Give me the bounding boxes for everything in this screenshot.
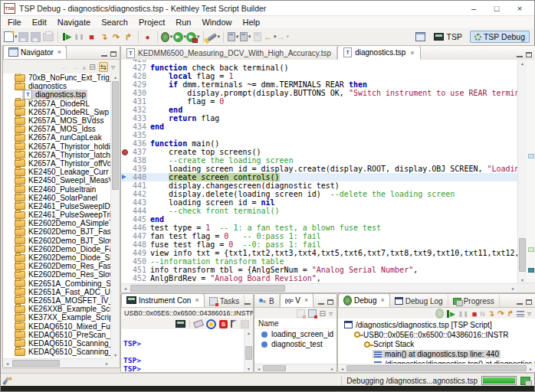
debug-tree-item[interactable]: main() at diagnostics.tsp line: 440 — [338, 349, 535, 359]
line-number[interactable]: 441 — [128, 181, 150, 190]
line-number[interactable]: 440 — [128, 173, 150, 181]
close-button[interactable]: × — [508, 2, 531, 15]
panel-minimize-button[interactable] — [318, 303, 324, 305]
code-line-436[interactable]: 436function main() — [121, 139, 517, 148]
gutter-margin[interactable] — [121, 89, 128, 97]
terminate-button[interactable]: ■ — [86, 30, 98, 44]
print-button[interactable] — [42, 30, 54, 44]
tab-debug-log[interactable]: Debug Log — [390, 295, 448, 307]
tab-navigator[interactable]: Navigator × — [3, 45, 67, 59]
menu-navigate[interactable]: Navigate — [52, 18, 96, 27]
search-button[interactable]: ▾ — [207, 30, 221, 44]
line-number[interactable]: 433 — [128, 114, 150, 122]
console-output[interactable]: TSP>TSP>TSP> — [121, 329, 245, 372]
terminate-console-icon[interactable] — [241, 320, 249, 328]
show-type-icon[interactable] — [297, 309, 305, 318]
debug-tree-item[interactable]: USB0::0x05E6::0x6500::04386016::INSTR — [338, 330, 535, 340]
breakpoint-icon[interactable] — [122, 149, 128, 155]
scroll-down-icon[interactable]: ▾ — [111, 351, 120, 358]
menu-window[interactable]: Window — [196, 18, 237, 27]
instrument-selector[interactable]: USB0::0x05E6::0x6500::04386016::INSTR ▿ — [121, 308, 253, 318]
code-line-442[interactable]: 442 display.delete(loading_screen_id) --… — [121, 190, 517, 198]
debug-dropdown-button[interactable]: ▾ — [161, 30, 173, 44]
scroll-up-icon[interactable]: ▴ — [111, 74, 120, 80]
code-line-447[interactable]: 447fan_test_flag = 0 -- 0:pass 1: fail — [121, 232, 517, 240]
line-number[interactable]: 439 — [128, 165, 150, 173]
line-number[interactable]: 442 — [128, 190, 150, 198]
code-line-441[interactable]: 441 display.changescreen(diagnostic_test… — [121, 181, 517, 190]
link-with-editor-button[interactable]: ⇆ — [99, 62, 108, 72]
code-line-432[interactable]: 432 end — [121, 106, 517, 114]
tab-variables[interactable]: (x)= V × — [280, 293, 314, 307]
gutter-margin[interactable] — [121, 64, 128, 72]
scroll-left-icon[interactable]: ◂ — [121, 285, 130, 292]
panel-maximize-button[interactable] — [327, 299, 333, 305]
line-number[interactable]: 434 — [128, 122, 150, 131]
panel-minimize-button[interactable] — [517, 56, 523, 57]
line-number[interactable]: 449 — [128, 249, 150, 257]
panel-maximize-button[interactable] — [526, 52, 532, 57]
variables-header[interactable]: Name — [254, 318, 336, 329]
perspective-tsp-button[interactable]: TSP — [429, 31, 466, 43]
view-menu-button[interactable]: ▿ — [329, 309, 333, 318]
code-line-440[interactable]: 440 create_screen_controls() — [121, 173, 517, 181]
code-line-450[interactable]: 450--information transform table — [121, 257, 517, 266]
code-line-446[interactable]: 446test_type = 1 -- 1: a fan test, a blo… — [121, 224, 517, 232]
nav-forward-button[interactable]: → — [71, 63, 79, 71]
code-line-431[interactable]: 431 flag = 0 — [121, 97, 517, 106]
editor-tab[interactable]: Tdiagnostics.tsp× — [337, 45, 420, 60]
next-annotation-button[interactable]: ▾ — [227, 30, 239, 44]
step-into-button[interactable]: ↴ — [98, 30, 110, 44]
line-number[interactable]: 432 — [128, 106, 150, 114]
scroll-right-icon[interactable]: ▸ — [103, 360, 111, 367]
gutter-margin[interactable] — [121, 240, 128, 249]
gutter-margin[interactable] — [121, 165, 128, 173]
step-over-icon[interactable]: ↷ — [497, 310, 504, 318]
pause-button[interactable]: ❚❚ — [74, 30, 86, 44]
stop-icon[interactable]: ■ — [472, 310, 478, 318]
gutter-margin[interactable] — [121, 274, 128, 283]
menu-project[interactable]: Project — [133, 18, 170, 27]
gutter-margin[interactable] — [121, 181, 128, 190]
code-editor[interactable]: 426427function check_back_terminal()428 … — [121, 60, 517, 283]
toggle-breakpoint-button[interactable]: ● — [142, 30, 154, 44]
code-line-429[interactable]: 429 if dmm.terminals ~= dmm.TERMINALS_RE… — [121, 80, 517, 89]
external-tools-button[interactable]: ▶▾ — [186, 30, 200, 44]
run-dropdown-button[interactable]: ▶▾ — [173, 30, 187, 44]
navigator-vertical-scrollbar[interactable]: ▴ ▾ — [110, 74, 120, 358]
debug-horizontal-scrollbar[interactable]: ◂ ▸ — [338, 364, 535, 372]
gutter-margin[interactable] — [121, 122, 128, 131]
save-all-button[interactable] — [30, 30, 42, 44]
add-variable-icon[interactable] — [308, 309, 317, 318]
scroll-left-icon[interactable]: ◂ — [338, 365, 346, 372]
overview-mark[interactable] — [528, 154, 534, 158]
step-return-button[interactable]: ↱ — [123, 30, 135, 44]
code-line-434[interactable]: 434end — [121, 122, 517, 131]
gutter-margin[interactable] — [121, 224, 128, 232]
nav-up-button[interactable]: ▴ — [82, 63, 86, 71]
back-button[interactable]: ←▾ — [264, 30, 277, 44]
line-number[interactable]: 450 — [128, 257, 150, 266]
tab-debug[interactable]: Debug × — [338, 293, 390, 307]
open-instrument-icon[interactable] — [176, 320, 185, 328]
step-over-button[interactable]: ↷ — [110, 30, 123, 44]
gutter-margin[interactable] — [121, 173, 128, 181]
line-number[interactable]: 429 — [128, 80, 150, 89]
close-icon[interactable]: × — [57, 48, 61, 56]
menu-help[interactable]: Help — [238, 18, 266, 27]
gutter-margin[interactable] — [121, 106, 128, 114]
abort-icon[interactable]: S — [219, 320, 228, 328]
variable-row[interactable]: loading_screen_id — [254, 329, 336, 339]
code-line-430[interactable]: 430 display.prompt(display.BUTTONS_OK, "… — [121, 89, 517, 97]
gutter-margin[interactable] — [121, 139, 128, 148]
dropdown-icon[interactable]: ▾ — [248, 34, 251, 40]
scroll-left-icon[interactable]: ◂ — [254, 365, 263, 372]
gutter-margin[interactable] — [121, 72, 128, 80]
nav-back-button[interactable]: ← — [61, 63, 68, 71]
view-stack-icon[interactable] — [517, 311, 524, 317]
gutter-margin[interactable] — [121, 207, 128, 215]
code-line-448[interactable]: 448fuse_test_flag = 0 --0: pass 1: fail — [121, 240, 517, 249]
disconnect-icon[interactable]: N — [480, 310, 485, 318]
code-line-438[interactable]: 438 --create the loading screen — [121, 156, 517, 165]
dropdown-icon[interactable]: ▾ — [15, 34, 18, 40]
